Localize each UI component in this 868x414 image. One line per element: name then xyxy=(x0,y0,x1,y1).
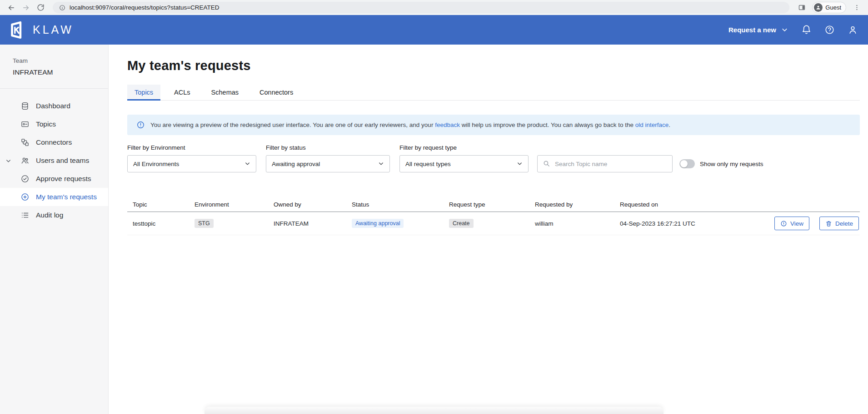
url-bar[interactable]: localhost:9097/coral/requests/topics?sta… xyxy=(53,2,789,13)
window-edge-shadow xyxy=(205,407,663,414)
klaw-logo-icon xyxy=(7,20,26,40)
environment-chip: STG xyxy=(195,219,214,228)
main-content: My team's requests Topics ACLs Schemas C… xyxy=(109,45,868,414)
tab-bar: Topics ACLs Schemas Connectors xyxy=(127,85,860,101)
sidebar: Team INFRATEAM Dashboard Topics Connecto… xyxy=(0,45,109,414)
url-text: localhost:9097/coral/requests/topics?sta… xyxy=(70,4,219,11)
column-header-environment: Environment xyxy=(189,201,268,208)
team-block: Team INFRATEAM xyxy=(0,57,108,76)
chevron-down-icon[interactable] xyxy=(5,157,12,164)
banner-text: You are viewing a preview of the redesig… xyxy=(150,121,670,128)
tab-schemas[interactable]: Schemas xyxy=(204,85,246,100)
plus-circle-icon xyxy=(20,192,30,202)
sidebar-item-connectors[interactable]: Connectors xyxy=(0,133,108,151)
info-icon xyxy=(136,121,145,129)
help-icon[interactable] xyxy=(824,25,835,35)
toggle-label: Show only my requests xyxy=(700,161,763,167)
browser-chrome: localhost:9097/coral/requests/topics?sta… xyxy=(0,0,868,15)
search-input[interactable] xyxy=(537,155,673,172)
tab-label: Topics xyxy=(135,89,153,96)
connector-blocks-icon xyxy=(20,138,30,147)
column-header-request-type: Request type xyxy=(444,201,529,208)
sidebar-item-label: Connectors xyxy=(36,138,72,146)
column-header-requested-by: Requested by xyxy=(529,201,614,208)
tab-topics[interactable]: Topics xyxy=(127,85,160,100)
column-header-status: Status xyxy=(346,201,444,208)
browser-back-icon[interactable] xyxy=(5,2,17,14)
view-button-label: View xyxy=(790,220,803,227)
requests-table: Topic Environment Owned by Status Reques… xyxy=(127,197,860,235)
environment-select[interactable]: All Environments xyxy=(127,155,256,172)
info-circle-icon xyxy=(780,220,787,227)
request-type-chip: Create xyxy=(449,219,474,228)
team-name: INFRATEAM xyxy=(13,68,108,76)
old-interface-link[interactable]: old interface xyxy=(635,121,669,128)
tab-label: Schemas xyxy=(211,89,239,96)
sidebar-divider xyxy=(0,88,108,89)
request-type-select[interactable]: All request types xyxy=(399,155,529,172)
database-icon xyxy=(20,101,30,111)
column-header-topic: Topic xyxy=(127,201,189,208)
tab-label: ACLs xyxy=(174,89,190,96)
delete-button-label: Delete xyxy=(835,220,853,227)
page-title: My team's requests xyxy=(127,58,860,73)
sidebar-nav: Dashboard Topics Connectors Users and te… xyxy=(0,97,108,224)
banner-text-segment: You are viewing a preview of the redesig… xyxy=(150,121,435,128)
trash-icon xyxy=(825,220,832,227)
site-info-icon[interactable] xyxy=(59,5,65,11)
sidebar-item-label: My team's requests xyxy=(36,193,97,201)
tab-acls[interactable]: ACLs xyxy=(167,85,197,100)
check-circle-icon xyxy=(20,174,30,183)
brand-name: KLAW xyxy=(33,23,74,36)
status-select[interactable]: Awaiting approval xyxy=(266,155,390,172)
tab-label: Connectors xyxy=(259,89,293,96)
sidebar-item-label: Approve requests xyxy=(36,175,91,183)
cell-topic: testtopic xyxy=(127,220,189,227)
notifications-bell-icon[interactable] xyxy=(801,25,812,35)
delete-button[interactable]: Delete xyxy=(819,217,859,230)
sidebar-item-users-and-teams[interactable]: Users and teams xyxy=(0,151,108,170)
column-header-owned-by: Owned by xyxy=(268,201,346,208)
guest-label: Guest xyxy=(825,4,841,11)
view-button[interactable]: View xyxy=(774,217,809,230)
toggle-knob xyxy=(680,160,688,167)
table-header-row: Topic Environment Owned by Status Reques… xyxy=(127,197,860,212)
profile-icon[interactable] xyxy=(848,25,858,35)
browser-forward-icon[interactable] xyxy=(20,2,32,14)
feedback-link[interactable]: feedback xyxy=(435,121,460,128)
tab-connectors[interactable]: Connectors xyxy=(252,85,300,100)
sidebar-item-approve-requests[interactable]: Approve requests xyxy=(0,170,108,188)
team-label: Team xyxy=(13,57,108,64)
sidebar-item-label: Dashboard xyxy=(36,102,70,110)
side-panel-icon[interactable] xyxy=(796,2,808,14)
sidebar-item-audit-log[interactable]: Audit log xyxy=(0,206,108,224)
show-only-my-requests-toggle[interactable] xyxy=(679,159,695,168)
banner-text-segment: will help us improve the product. You ca… xyxy=(460,121,635,128)
filter-environment-label: Filter by Environment xyxy=(127,144,256,151)
browser-menu-icon[interactable] xyxy=(851,2,863,14)
browser-profile-button[interactable]: Guest xyxy=(812,2,846,13)
sidebar-item-my-teams-requests[interactable]: My team's requests xyxy=(0,188,108,206)
sidebar-item-label: Audit log xyxy=(36,211,63,219)
guest-avatar xyxy=(814,3,823,12)
preview-banner: You are viewing a preview of the redesig… xyxy=(127,115,860,135)
people-icon xyxy=(20,156,30,165)
filters-bar: Filter by Environment All Environments F… xyxy=(127,144,860,172)
banner-text-segment: . xyxy=(668,121,670,128)
filter-request-type-label: Filter by request type xyxy=(399,144,529,151)
browser-reload-icon[interactable] xyxy=(35,2,46,14)
cell-owned-by: INFRATEAM xyxy=(268,220,346,227)
request-a-new-label: Request a new xyxy=(728,26,776,34)
status-badge: Awaiting approval xyxy=(352,219,404,228)
cell-requested-on: 04-Sep-2023 16:27:21 UTC xyxy=(614,220,766,227)
column-header-requested-on: Requested on xyxy=(614,201,766,208)
request-a-new-button[interactable]: Request a new xyxy=(728,26,788,34)
sidebar-item-topics[interactable]: Topics xyxy=(0,115,108,133)
app-navbar: KLAW Request a new xyxy=(0,15,868,45)
topic-box-icon xyxy=(20,120,30,129)
cell-requested-by: william xyxy=(529,220,614,227)
sidebar-item-label: Users and teams xyxy=(36,157,89,165)
sidebar-item-label: Topics xyxy=(36,120,56,128)
sidebar-item-dashboard[interactable]: Dashboard xyxy=(0,97,108,115)
klaw-logo[interactable]: KLAW xyxy=(7,20,74,40)
